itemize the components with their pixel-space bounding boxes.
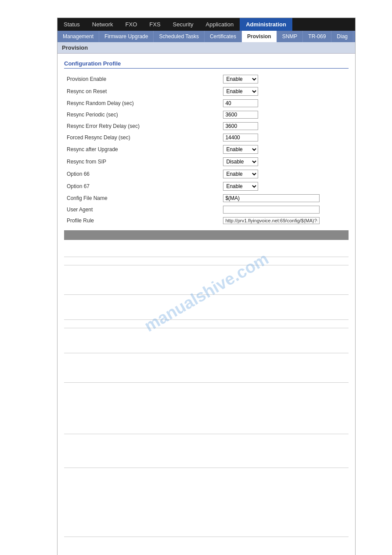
top-nav-item-fxo[interactable]: FXO [119, 18, 144, 31]
second-nav-item-provision[interactable]: Provision [242, 31, 277, 42]
page-title: Provision [62, 44, 88, 51]
field-label-6: Resync after Upgrade [64, 143, 220, 156]
select-option_66[interactable]: EnableDisable [223, 170, 258, 178]
page-title-bar: Provision [58, 42, 355, 54]
top-nav-item-status[interactable]: Status [58, 18, 86, 31]
field-input-12[interactable] [220, 215, 349, 226]
second-nav-item-snmp[interactable]: SNMP [277, 31, 303, 42]
divider-6 [64, 353, 349, 353]
select-resync_after_upgrade[interactable]: EnableDisable [223, 145, 258, 154]
form-row: Resync after UpgradeEnableDisable [64, 143, 349, 156]
form-row: Provision EnableEnableDisable [64, 73, 349, 85]
second-nav-item-scheduled-tasks[interactable]: Scheduled Tasks [154, 31, 205, 42]
form-row: Resync from SIPEnableDisable [64, 156, 349, 168]
divider-2 [64, 265, 349, 265]
field-label-11: User Agent [64, 204, 220, 215]
top-nav-item-application[interactable]: Application [200, 18, 240, 31]
field-input-9[interactable]: EnableDisable [220, 180, 349, 192]
select-option_67[interactable]: EnableDisable [223, 182, 258, 191]
second-nav-item-management[interactable]: Management [58, 31, 99, 42]
field-input-7[interactable]: EnableDisable [220, 156, 349, 168]
section-title: Configuration Profile [64, 60, 349, 69]
field-input-10[interactable] [220, 192, 349, 204]
top-nav-item-administration[interactable]: Administration [240, 18, 292, 31]
divider-4 [64, 319, 349, 320]
form-row: Resync Error Retry Delay (sec) [64, 120, 349, 132]
top-navigation: StatusNetworkFXOFXSSecurityApplicationAd… [58, 18, 355, 31]
field-label-0: Provision Enable [64, 73, 220, 85]
field-label-1: Resync on Reset [64, 85, 220, 98]
top-nav-item-fxs[interactable]: FXS [143, 18, 166, 31]
field-label-10: Config File Name [64, 192, 220, 204]
page-body: manualshive.com [58, 257, 355, 555]
field-label-5: Forced Resync Delay (sec) [64, 132, 220, 143]
field-label-9: Option 67 [64, 180, 220, 192]
divider-9 [64, 468, 349, 468]
top-nav-item-security[interactable]: Security [167, 18, 200, 31]
field-input-11[interactable] [220, 204, 349, 215]
field-label-4: Resync Error Retry Delay (sec) [64, 120, 220, 132]
divider-7 [64, 382, 349, 383]
divider-10 [64, 537, 349, 537]
field-input-1[interactable]: EnableDisable [220, 85, 349, 98]
watermark: manualshive.com [141, 249, 272, 336]
select-resync_on_reset[interactable]: EnableDisable [223, 87, 258, 96]
field-input-6[interactable]: EnableDisable [220, 143, 349, 156]
second-nav-item-tr-069[interactable]: TR-069 [303, 31, 331, 42]
input-wide-config_file_name[interactable] [223, 194, 320, 202]
field-input-3[interactable] [220, 109, 349, 120]
divider-3 [64, 294, 349, 295]
input-wide-profile_rule[interactable] [223, 217, 320, 224]
form-row: Resync Random Delay (sec) [64, 98, 349, 109]
input-resync_error_retry_delay_(sec)[interactable] [223, 122, 258, 130]
input-resync_random_delay_(sec)[interactable] [223, 99, 258, 107]
form-row: Config File Name [64, 192, 349, 204]
input-wide-user_agent[interactable] [223, 206, 320, 214]
form-row: Option 66EnableDisable [64, 168, 349, 180]
divider-8 [64, 434, 349, 434]
form-row: Profile Rule [64, 215, 349, 226]
form-row: Resync Periodic (sec) [64, 109, 349, 120]
select-resync_from_sip[interactable]: EnableDisable [223, 157, 258, 166]
form-row: User Agent [64, 204, 349, 215]
input-forced_resync_delay_(sec)[interactable] [223, 134, 258, 141]
configuration-form: Provision EnableEnableDisableResync on R… [64, 73, 349, 226]
content-area: Configuration Profile Provision EnableEn… [58, 58, 355, 249]
field-label-12: Profile Rule [64, 215, 220, 226]
select-provision_enable[interactable]: EnableDisable [223, 75, 258, 83]
second-nav-item-certificates[interactable]: Certificates [205, 31, 242, 42]
top-nav-item-network[interactable]: Network [86, 18, 119, 31]
divider-1 [64, 257, 349, 257]
form-row: Forced Resync Delay (sec) [64, 132, 349, 143]
field-label-8: Option 66 [64, 168, 220, 180]
second-nav-item-firmware-upgrade[interactable]: Firmware Upgrade [99, 31, 154, 42]
second-navigation: ManagementFirmware UpgradeScheduled Task… [58, 31, 355, 42]
field-input-2[interactable] [220, 98, 349, 109]
field-input-0[interactable]: EnableDisable [220, 73, 349, 85]
field-label-3: Resync Periodic (sec) [64, 109, 220, 120]
gray-divider [64, 230, 349, 240]
field-input-4[interactable] [220, 120, 349, 132]
field-input-8[interactable]: EnableDisable [220, 168, 349, 180]
divider-5 [64, 328, 349, 328]
field-label-2: Resync Random Delay (sec) [64, 98, 220, 109]
second-nav-item-diag[interactable]: Diag [331, 31, 353, 42]
form-row: Option 67EnableDisable [64, 180, 349, 192]
form-row: Resync on ResetEnableDisable [64, 85, 349, 98]
input-resync_periodic_(sec)[interactable] [223, 111, 258, 119]
field-label-7: Resync from SIP [64, 156, 220, 168]
field-input-5[interactable] [220, 132, 349, 143]
